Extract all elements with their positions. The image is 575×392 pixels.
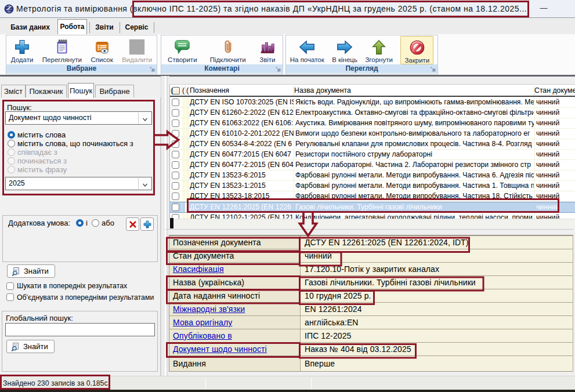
search-term-combobox[interactable]: 2025	[5, 177, 152, 190]
row-checkbox[interactable]	[172, 130, 179, 137]
row-status: чинний	[534, 118, 575, 128]
row-checkbox[interactable]	[172, 140, 179, 148]
table-row[interactable]: ДСТУ EN 60477:2015 (EN 6047 Резистори по…	[170, 150, 575, 160]
global-search-input[interactable]	[5, 323, 155, 336]
ribbon-button-додати[interactable]: Додати	[11, 35, 34, 64]
table-row[interactable]: ДСТУ EN 60534-8-4:2022 (EN 6 Регулювальн…	[170, 139, 575, 150]
search-mode-radio[interactable]: містить слова	[8, 130, 66, 139]
scrollbar-thumb[interactable]	[170, 218, 173, 228]
extra-or-radio[interactable]: або	[92, 219, 114, 227]
row-checkbox[interactable]	[172, 151, 179, 158]
detail-row: Назва (українська) Газові лічильники. Ту…	[169, 276, 573, 289]
table-row[interactable]: ДСТУ EN 61010-2-201:2022 (EN Вимоги щодо…	[170, 129, 575, 139]
row-document-name: Вимоги щодо безпеки контрольно-вимірювал…	[294, 129, 534, 139]
row-designation: ДСТУ EN 61260-2:2022 (EN 612	[190, 108, 294, 118]
header-divider	[294, 86, 294, 96]
row-status: чинний	[534, 191, 575, 201]
ribbon-tab-3[interactable]: Звіти	[89, 21, 120, 34]
status-text: Знайдено 230 записів за 0.185с.	[3, 379, 110, 387]
header-cell-5[interactable]: Назва документа	[294, 86, 533, 96]
table-row[interactable]: ДСТУ EN 61260-2:2022 (EN 612 Електроакус…	[170, 108, 575, 118]
table-row[interactable]: ДСТУ EN 61063:2022 (EN 6106: Акустика. В…	[170, 118, 575, 129]
ribbon-button-на початок[interactable]: На початок	[290, 35, 324, 64]
detail-value: Наказ № 404 від 03.12.2025	[305, 344, 411, 354]
extra-remove-button[interactable]	[126, 217, 139, 231]
row-checkbox[interactable]	[172, 172, 179, 179]
sidebar-tab-4[interactable]: Вибране	[95, 85, 134, 98]
sidebar-tab-2[interactable]: Покажчик	[26, 85, 67, 98]
ribbon-tab-row: Бази данихРоботаЗвітиСервіс	[0, 19, 575, 34]
row-checkbox-cell	[170, 150, 182, 159]
ribbon-tab-1[interactable]: Бази даних	[5, 21, 56, 34]
ribbon-button-в кінець[interactable]: В кінець	[332, 35, 357, 64]
group-expand-icon[interactable]	[431, 67, 436, 72]
search-field-dropdown-button[interactable]	[138, 112, 151, 124]
detail-row: Стан документа чинний	[169, 249, 573, 263]
row-checkbox[interactable]	[172, 119, 179, 127]
ribbon-tab-4[interactable]: Сервіс	[120, 21, 154, 34]
table-row[interactable]: ДСТУ EN ISO 10703:2025 (EN IS Якість вод…	[170, 97, 575, 108]
table-row[interactable]: ДСТУ EN 60477-2:2015 (EN 604 Резистори л…	[170, 160, 575, 170]
chevron-down-icon	[142, 182, 149, 188]
radio-dot	[8, 131, 15, 139]
ribbon-group: Створити Підключити Звіти Коментарі	[161, 35, 283, 74]
detail-link: Міжнародні зв'язки	[173, 304, 245, 314]
ribbon-button-звіти[interactable]: Звіти	[259, 35, 276, 64]
table-row[interactable]: ДСТУ EN 13523-1:2015 Фарбовані рулонні м…	[170, 181, 575, 191]
option-checkbox[interactable]: Об'єднувати з попередніми результатами	[6, 293, 154, 302]
table-row[interactable]: ДСТУ EN 13523-18:2015 Фарбовані рулонні …	[170, 191, 575, 202]
table-row-selected[interactable]: ДСТУ EN 12261:2025 (EN 1226 Газові лічил…	[170, 202, 575, 212]
search-mode-radio[interactable]: містить фразу	[8, 165, 67, 174]
group-expand-icon[interactable]	[150, 67, 155, 72]
blue-plus-icon	[143, 220, 152, 229]
row-checkbox[interactable]	[172, 161, 179, 169]
table-row[interactable]: ДСТУ EN 12102-1:2025 (EN 121 Кондиціонер…	[170, 213, 575, 219]
header-cell-4[interactable]: Позначення	[190, 86, 293, 96]
group-expand-icon[interactable]	[276, 67, 281, 72]
row-checkbox[interactable]	[172, 99, 179, 106]
row-checkbox[interactable]	[172, 204, 179, 211]
ribbon-tab-2[interactable]: Робота	[57, 19, 87, 34]
header-cell-6[interactable]: Стан докуме	[534, 86, 575, 96]
detail-link: Мова оригіналу	[173, 318, 232, 327]
row-narrow-cell	[185, 160, 189, 170]
header-checkbox[interactable]	[172, 87, 180, 95]
ribbon-button-згорнути[interactable]: Згорнути	[365, 35, 392, 64]
row-document-name: Газові лічильники. Турбінні газові лічил…	[294, 202, 534, 212]
option-checkbox[interactable]: Шукати в попередніх результатах	[6, 282, 127, 290]
ribbon-button-закрити[interactable]: Закрити	[400, 36, 433, 64]
radio-label: містить слова, що починаються з	[17, 139, 133, 148]
search-term-dropdown-button[interactable]	[138, 178, 151, 189]
extra-and-radio[interactable]: і	[76, 219, 88, 227]
table-header[interactable]: (((ПозначенняНазва документаСтан докуме	[170, 86, 575, 97]
sidebar-tab-3[interactable]: Пошук	[68, 83, 94, 98]
search-mode-radio[interactable]: співпадає з	[8, 148, 57, 157]
row-checkbox[interactable]	[172, 109, 179, 117]
search-mode-radio[interactable]: містить слова, що починаються з	[8, 139, 133, 148]
row-status: чинний	[534, 97, 575, 107]
extra-add-button[interactable]	[140, 217, 154, 231]
ribbon-button-створити[interactable]: Створити	[168, 35, 197, 64]
sidebar-tab-1[interactable]: Зміст	[1, 85, 26, 98]
row-checkbox[interactable]	[172, 182, 179, 190]
detail-row: Міжнародні зв'язки EN 12261:2024	[169, 303, 573, 316]
table-row[interactable]: ДСТУ EN 13523-6:2015 Фарбовані рулонні м…	[170, 170, 575, 181]
ribbon-button-видалити: Видалити	[122, 35, 152, 64]
ribbon-button-список[interactable]: Список	[91, 35, 113, 64]
search-mode-radio[interactable]: починається з	[8, 157, 67, 165]
search-field-combobox[interactable]: Документ щодо чинності	[5, 111, 152, 125]
row-document-name: Електроакустика. Октавно-смугові та фрак…	[294, 108, 534, 118]
ribbon-button-переглянути[interactable]: Переглянути	[42, 35, 82, 64]
global-find-button[interactable]: Знайти	[6, 340, 55, 353]
splitter[interactable]	[161, 76, 169, 376]
minimize-button[interactable]: —	[537, 3, 551, 14]
row-checkbox[interactable]	[172, 193, 179, 200]
detail-row: Документ щодо чинності Наказ № 404 від 0…	[169, 343, 573, 356]
row-designation: ДСТУ EN 13523-6:2015	[190, 170, 294, 180]
row-designation: ДСТУ EN 60477-2:2015 (EN 604	[190, 160, 294, 170]
find-button[interactable]: Знайти	[7, 264, 55, 278]
header-divider	[185, 86, 186, 96]
ribbon-button-підключити[interactable]: Підключити	[210, 35, 246, 64]
table-horizontal-scrollbar[interactable]	[169, 219, 575, 228]
row-status: чинний	[534, 170, 575, 180]
